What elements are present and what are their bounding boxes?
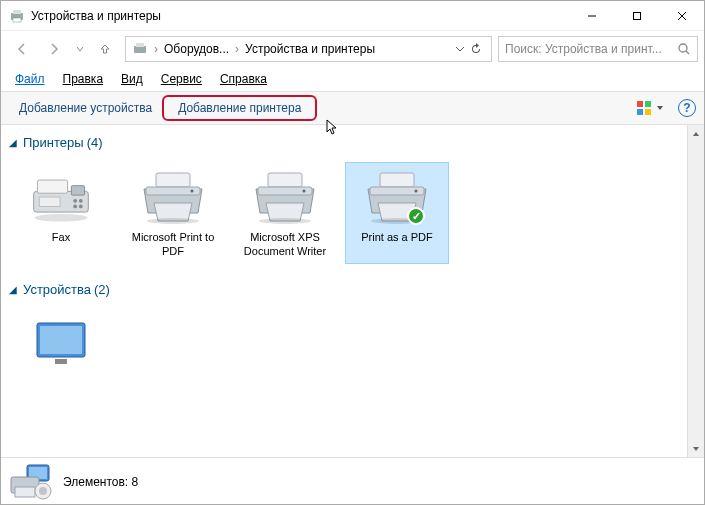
vertical-scrollbar[interactable]	[687, 125, 704, 457]
address-bar[interactable]: › Оборудов... › Устройства и принтеры	[125, 36, 492, 62]
svg-point-34	[415, 190, 418, 193]
svg-rect-14	[645, 109, 651, 115]
svg-rect-38	[55, 359, 67, 364]
minimize-button[interactable]	[569, 1, 614, 30]
refresh-icon[interactable]	[469, 42, 483, 56]
status-text: Элементов: 8	[63, 475, 138, 489]
add-printer-button[interactable]: Добавление принтера	[162, 95, 317, 121]
printer-default-icon	[361, 167, 433, 227]
menu-view[interactable]: Вид	[113, 70, 151, 88]
fax-icon	[25, 167, 97, 227]
svg-rect-17	[71, 186, 84, 195]
status-count: 8	[132, 475, 139, 489]
svg-point-26	[191, 190, 194, 193]
group-printers-title: Принтеры	[23, 135, 84, 150]
svg-point-31	[259, 218, 311, 224]
item-print-as-pdf[interactable]: Print as a PDF	[345, 162, 449, 264]
svg-point-21	[73, 205, 77, 209]
svg-rect-37	[40, 326, 82, 354]
titlebar: Устройства и принтеры	[1, 1, 704, 31]
printer-icon	[137, 167, 209, 227]
breadcrumb-separator: ›	[152, 42, 160, 56]
main-pane[interactable]: ◢ Принтеры (4) Fax	[1, 125, 687, 457]
svg-point-30	[303, 190, 306, 193]
help-button[interactable]: ?	[678, 99, 696, 117]
svg-point-22	[79, 205, 83, 209]
svg-rect-18	[39, 197, 60, 206]
svg-point-20	[79, 199, 83, 203]
svg-rect-28	[268, 173, 302, 187]
status-bar: Элементов: 8	[1, 457, 704, 505]
item-ms-print-pdf[interactable]: Microsoft Print to PDF	[121, 162, 225, 264]
close-button[interactable]	[659, 1, 704, 30]
menubar: Файл Правка Вид Сервис Справка	[1, 67, 704, 91]
back-button[interactable]	[7, 35, 37, 63]
app-icon	[9, 8, 25, 24]
collapse-icon: ◢	[9, 137, 17, 148]
view-options-button[interactable]	[636, 100, 664, 116]
svg-rect-4	[633, 12, 640, 19]
printer-icon	[249, 167, 321, 227]
history-dropdown[interactable]	[71, 35, 89, 63]
svg-rect-42	[15, 487, 35, 497]
group-printers-count: (4)	[87, 135, 103, 150]
item-label: Fax	[52, 231, 70, 245]
maximize-button[interactable]	[614, 1, 659, 30]
breadcrumb-separator: ›	[233, 42, 241, 56]
navbar: › Оборудов... › Устройства и принтеры По…	[1, 31, 704, 67]
scroll-up-button[interactable]	[688, 125, 704, 142]
svg-point-27	[147, 218, 199, 224]
svg-rect-32	[380, 173, 414, 187]
printers-items: Fax Microsoft Print to PDF	[9, 154, 679, 278]
cursor-icon	[326, 119, 340, 140]
item-monitor[interactable]	[9, 309, 113, 383]
item-ms-xps[interactable]: Microsoft XPS Document Writer	[233, 162, 337, 264]
svg-rect-12	[645, 101, 651, 107]
scroll-down-button[interactable]	[688, 440, 704, 457]
chevron-down-icon[interactable]	[455, 44, 465, 54]
svg-rect-16	[37, 180, 67, 193]
item-label: Microsoft XPS Document Writer	[238, 231, 332, 259]
svg-point-9	[679, 44, 687, 52]
group-devices-title: Устройства	[23, 282, 91, 297]
svg-rect-8	[136, 43, 144, 47]
group-devices-header[interactable]: ◢ Устройства (2)	[9, 278, 679, 301]
group-printers-header[interactable]: ◢ Принтеры (4)	[9, 131, 679, 154]
search-input[interactable]: Поиск: Устройства и принт...	[498, 36, 698, 62]
window-controls	[569, 1, 704, 30]
svg-rect-11	[637, 101, 643, 107]
item-label: Print as a PDF	[361, 231, 433, 245]
menu-file[interactable]: Файл	[7, 70, 53, 88]
up-button[interactable]	[91, 35, 119, 63]
item-fax[interactable]: Fax	[9, 162, 113, 264]
svg-rect-7	[134, 46, 146, 53]
forward-button[interactable]	[39, 35, 69, 63]
svg-rect-24	[156, 173, 190, 187]
svg-point-23	[35, 214, 88, 222]
window-title: Устройства и принтеры	[31, 9, 569, 23]
status-icon	[9, 463, 53, 501]
svg-rect-1	[13, 10, 21, 14]
breadcrumb-hardware[interactable]: Оборудов...	[160, 42, 233, 56]
monitor-icon	[25, 314, 97, 374]
svg-rect-2	[13, 18, 21, 22]
item-label: Microsoft Print to PDF	[126, 231, 220, 259]
devices-items	[9, 301, 679, 397]
command-bar: Добавление устройства Добавление принтер…	[1, 91, 704, 125]
menu-edit[interactable]: Правка	[55, 70, 112, 88]
collapse-icon: ◢	[9, 284, 17, 295]
search-placeholder: Поиск: Устройства и принт...	[505, 42, 677, 56]
svg-rect-13	[637, 109, 643, 115]
scroll-track[interactable]	[688, 142, 704, 440]
group-devices-count: (2)	[94, 282, 110, 297]
content-area: ◢ Принтеры (4) Fax	[1, 125, 704, 457]
add-device-button[interactable]: Добавление устройства	[9, 96, 162, 120]
svg-line-10	[686, 51, 689, 54]
breadcrumb-devices[interactable]: Устройства и принтеры	[241, 42, 379, 56]
svg-point-19	[73, 199, 77, 203]
menu-tools[interactable]: Сервис	[153, 70, 210, 88]
menu-help[interactable]: Справка	[212, 70, 275, 88]
default-check-icon	[407, 207, 425, 225]
address-actions	[449, 42, 489, 56]
location-icon	[132, 41, 148, 57]
